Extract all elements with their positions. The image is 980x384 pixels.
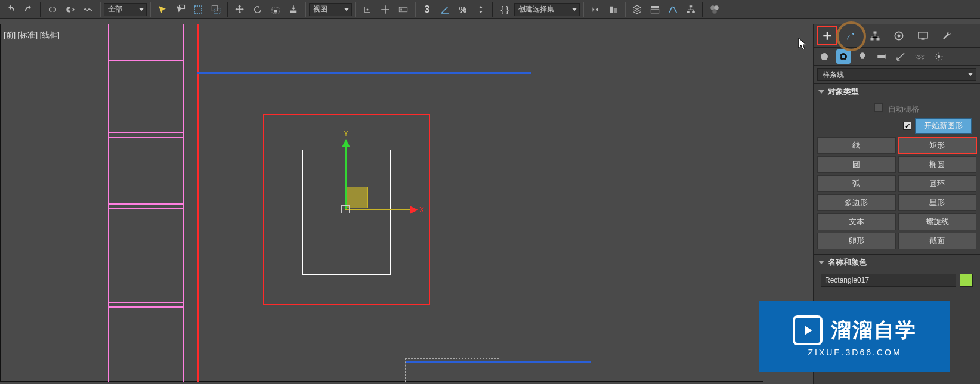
- helix-button[interactable]: 螺旋线: [898, 213, 977, 230]
- layer-explorer-button[interactable]: [629, 1, 645, 18]
- align-button[interactable]: [605, 1, 622, 18]
- object-name-input[interactable]: [821, 274, 956, 287]
- schematic-view-button[interactable]: [682, 1, 699, 18]
- helpers-category-button[interactable]: [894, 49, 908, 64]
- viewport-label[interactable]: [前] [标准] [线框]: [4, 30, 60, 41]
- object-color-swatch[interactable]: [960, 274, 973, 287]
- gizmo-x-axis[interactable]: [345, 209, 410, 210]
- link-button[interactable]: [44, 1, 61, 18]
- geometry-category-button[interactable]: [817, 49, 831, 64]
- spinner-snap-button[interactable]: [472, 1, 489, 18]
- snap-toggle-button[interactable]: 3: [419, 1, 435, 18]
- line-button[interactable]: 线: [817, 137, 896, 154]
- unlink-button[interactable]: [62, 1, 79, 18]
- toolbar-separator: [305, 2, 306, 17]
- helix-label: 螺旋线: [926, 217, 949, 226]
- rectangle-button[interactable]: 矩形: [898, 137, 977, 154]
- toolbar-separator: [355, 2, 356, 17]
- display-tab[interactable]: [913, 26, 933, 45]
- named-selection-value: 创建选择集: [518, 4, 554, 14]
- ngon-button[interactable]: 多边形: [817, 194, 896, 211]
- svg-rect-15: [690, 5, 693, 7]
- keyboard-shortcut-button[interactable]: [395, 1, 412, 18]
- start-new-shape-button[interactable]: 开始新图形: [915, 118, 972, 134]
- select-manipulate-button[interactable]: [377, 1, 394, 18]
- create-tab[interactable]: [817, 26, 837, 45]
- shape-rectangle: [197, 24, 199, 382]
- gizmo-xy-plane[interactable]: [347, 187, 368, 208]
- redo-button[interactable]: [20, 1, 37, 18]
- text-button[interactable]: 文本: [817, 213, 896, 230]
- ellipse-button[interactable]: 椭圆: [898, 156, 977, 173]
- use-pivot-center-button[interactable]: [359, 1, 376, 18]
- egg-button[interactable]: 卵形: [817, 233, 896, 249]
- toggle-ribbon-button[interactable]: [647, 1, 663, 18]
- percent-snap-button[interactable]: %: [455, 1, 471, 18]
- autogrid-checkbox[interactable]: [874, 103, 883, 112]
- subcategory-dropdown[interactable]: 样条线: [817, 68, 976, 81]
- circle-button[interactable]: 圆: [817, 156, 896, 173]
- select-by-name-button[interactable]: [172, 1, 188, 18]
- svg-point-28: [821, 53, 828, 60]
- utilities-tab[interactable]: [936, 26, 957, 45]
- star-button[interactable]: 星形: [898, 194, 977, 211]
- edit-named-selection-button[interactable]: { }: [496, 1, 513, 18]
- material-editor-button[interactable]: [706, 1, 723, 18]
- donut-label: 圆环: [929, 179, 945, 188]
- shape-line-blue: [197, 72, 531, 74]
- gizmo-y-axis[interactable]: [345, 145, 347, 209]
- svg-rect-17: [692, 11, 695, 13]
- toolbar-separator: [702, 2, 703, 17]
- watermark-logo-icon: [793, 315, 823, 345]
- arc-button[interactable]: 弧: [817, 175, 896, 192]
- select-rotate-button[interactable]: [249, 1, 266, 18]
- donut-button[interactable]: 圆环: [898, 175, 977, 192]
- snap-value: 3: [425, 4, 430, 15]
- object-type-rollout-header[interactable]: 对象类型: [814, 83, 980, 100]
- window-crossing-button[interactable]: [208, 1, 224, 18]
- select-scale-button[interactable]: [267, 1, 284, 18]
- gizmo-origin[interactable]: [341, 205, 350, 213]
- hierarchy-tab[interactable]: [865, 26, 885, 45]
- toolbar-separator: [40, 2, 41, 17]
- motion-tab[interactable]: [889, 26, 909, 45]
- shape-line: [108, 208, 184, 209]
- svg-rect-22: [871, 38, 874, 40]
- svg-rect-11: [610, 6, 613, 13]
- systems-category-button[interactable]: [932, 49, 946, 64]
- line-label: 线: [852, 141, 860, 150]
- undo-button[interactable]: [2, 1, 19, 18]
- lights-category-button[interactable]: [855, 49, 870, 64]
- select-place-button[interactable]: [285, 1, 302, 18]
- modify-tab[interactable]: [841, 26, 861, 45]
- shapes-category-button[interactable]: [836, 49, 851, 64]
- rectangle-label: 矩形: [929, 141, 945, 150]
- svg-rect-5: [274, 10, 277, 13]
- selection-scope-value: 全部: [108, 4, 122, 14]
- section-button[interactable]: 截面: [898, 233, 977, 249]
- watermark-subtitle: ZIXUE.3D66.COM: [808, 348, 901, 357]
- svg-rect-26: [919, 32, 928, 38]
- angle-snap-button[interactable]: [437, 1, 453, 18]
- mirror-button[interactable]: [587, 1, 604, 18]
- reference-coord-dropdown[interactable]: 视图: [309, 3, 352, 16]
- svg-rect-27: [922, 38, 925, 39]
- named-selection-dropdown[interactable]: 创建选择集: [514, 3, 580, 16]
- bind-spacewarp-button[interactable]: [80, 1, 97, 18]
- selection-scope-dropdown[interactable]: 全部: [104, 3, 147, 16]
- name-color-rollout-header[interactable]: 名称和颜色: [814, 254, 980, 270]
- svg-rect-30: [841, 54, 846, 59]
- toolbar-separator: [625, 2, 626, 17]
- viewport-front[interactable]: Y X: [0, 24, 763, 382]
- select-object-button[interactable]: [154, 1, 171, 18]
- rect-select-region-button[interactable]: [190, 1, 206, 18]
- select-move-button[interactable]: [231, 1, 248, 18]
- gizmo-y-arrow-icon: [342, 139, 350, 147]
- cameras-category-button[interactable]: [874, 49, 889, 64]
- start-new-shape-label: 开始新图形: [924, 121, 963, 130]
- spacewarps-category-button[interactable]: [913, 49, 927, 64]
- curve-editor-button[interactable]: [664, 1, 681, 18]
- egg-label: 卵形: [849, 236, 864, 245]
- shape-line: [108, 306, 184, 308]
- start-new-shape-checkbox[interactable]: ✔: [903, 122, 911, 130]
